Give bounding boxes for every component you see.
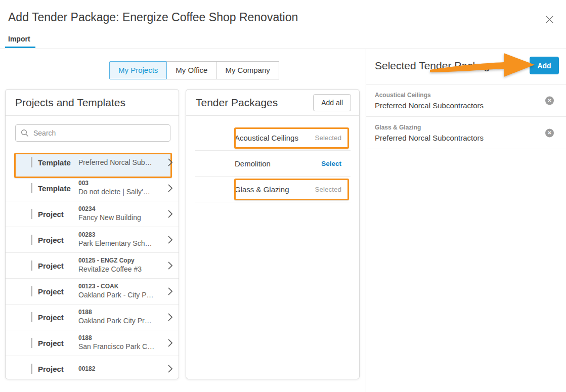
row-type-label: Project <box>38 262 74 270</box>
tender-name: Demolition <box>235 159 321 168</box>
tender-package-list: Acoustical Ceilings Selected Demolition … <box>186 116 359 202</box>
projects-panel: Projects and Templates Template Preferre… <box>5 89 179 379</box>
chevron-right-icon <box>168 313 172 321</box>
drag-bar-icon <box>31 157 32 167</box>
tender-row-acoustical-ceilings[interactable]: Acoustical Ceilings Selected <box>195 125 351 151</box>
row-name: Revitalize Coffee #3 <box>78 265 165 274</box>
row-info: 003 Do not delete | Sally'… <box>78 180 165 197</box>
drag-bar-icon <box>31 338 32 348</box>
row-name: Oakland Park City Pr… <box>78 316 165 326</box>
row-name: Do not delete | Sally'… <box>78 187 165 197</box>
tab-import[interactable]: Import <box>5 35 35 48</box>
select-link[interactable]: Select <box>321 160 341 167</box>
row-type-label: Template <box>38 158 74 167</box>
selected-item-source: Preferred Norcal Subcontractors <box>375 101 542 110</box>
row-info: 0188 Oakland Park City Pr… <box>78 309 165 326</box>
search-box <box>15 124 170 142</box>
selected-item-glass-glazing: Glass & Glazing Preferred Norcal Subcont… <box>366 117 566 149</box>
add-button[interactable]: Add <box>530 57 559 74</box>
drag-bar-icon <box>31 183 32 193</box>
list-item-project-00123[interactable]: Project 00123 - COAK Oakland Park - City… <box>6 279 179 304</box>
row-name: Fancy New Building <box>78 213 165 223</box>
drag-bar-icon <box>31 364 32 374</box>
row-info: 00283 Park Elementary Sch… <box>78 231 165 248</box>
selected-item-package: Acoustical Ceilings <box>375 92 542 99</box>
row-number: 00283 <box>78 231 165 239</box>
remove-icon[interactable]: ✕ <box>545 96 554 105</box>
row-number: 003 <box>78 180 165 187</box>
chevron-right-icon <box>168 158 172 166</box>
row-number: 0188 <box>78 334 165 342</box>
tender-row-glass-glazing[interactable]: Glass & Glazing Selected <box>195 177 351 202</box>
row-number: 0188 <box>78 309 165 316</box>
chevron-right-icon <box>168 339 172 347</box>
row-info: 0188 San Francisco Park C… <box>78 334 165 352</box>
row-number: 00125 - ENGZ Copy <box>78 257 165 265</box>
tab-my-company[interactable]: My Company <box>216 61 279 79</box>
drag-bar-icon <box>31 235 32 245</box>
list-item-project-00125[interactable]: Project 00125 - ENGZ Copy Revitalize Cof… <box>6 253 179 279</box>
tender-packages-title: Tender Packages <box>196 97 278 109</box>
projects-panel-title: Projects and Templates <box>6 90 179 116</box>
drag-bar-icon <box>31 209 32 219</box>
chevron-right-icon <box>168 287 172 295</box>
list-item-project-00283[interactable]: Project 00283 Park Elementary Sch… <box>6 227 179 253</box>
list-item-template-003[interactable]: Template 003 Do not delete | Sally'… <box>6 176 179 201</box>
list-item-project-0188-oakland[interactable]: Project 0188 Oakland Park City Pr… <box>6 304 179 330</box>
drag-bar-icon <box>31 286 32 296</box>
tab-my-projects[interactable]: My Projects <box>109 61 167 79</box>
scope-tab-group: My Projects My Office My Company <box>109 61 279 79</box>
row-number: 00182 <box>78 365 165 373</box>
list-item-project-0188-sf[interactable]: Project 0188 San Francisco Park C… <box>6 330 179 356</box>
drag-bar-icon <box>31 312 32 322</box>
tender-name: Acoustical Ceilings <box>235 134 315 142</box>
status-selected: Selected <box>315 134 341 142</box>
list-item-template-preferred-norcal[interactable]: Template Preferred Norcal Sub… <box>6 150 179 176</box>
close-icon[interactable] <box>544 14 555 25</box>
row-type-label: Project <box>38 313 74 322</box>
chevron-right-icon <box>168 210 172 218</box>
tab-my-office[interactable]: My Office <box>166 61 216 79</box>
row-name: Oakland Park - City P… <box>78 290 165 300</box>
row-number: 00123 - COAK <box>78 283 165 290</box>
row-number: 00234 <box>78 205 165 213</box>
row-info: 00125 - ENGZ Copy Revitalize Coffee #3 <box>78 257 165 274</box>
selected-packages-panel: Selected Tender Packages Add Acoustical … <box>366 49 566 392</box>
search-input[interactable] <box>33 129 165 137</box>
tender-row-demolition[interactable]: Demolition Select <box>195 151 351 177</box>
tender-packages-panel: Tender Packages Add all Acoustical Ceili… <box>186 89 360 379</box>
row-name: Preferred Norcal Sub… <box>78 158 165 167</box>
chevron-right-icon <box>168 262 172 270</box>
row-type-label: Template <box>38 184 74 193</box>
selected-packages-title: Selected Tender Packages <box>375 60 501 72</box>
row-type-label: Project <box>38 287 74 296</box>
list-item-project-00182[interactable]: Project 00182 <box>6 356 179 379</box>
row-name: Park Elementary Sch… <box>78 239 165 248</box>
selected-item-acoustical-ceilings: Acoustical Ceilings Preferred Norcal Sub… <box>366 84 566 117</box>
tender-name: Glass & Glazing <box>235 185 315 194</box>
tab-strip: Import <box>0 33 566 49</box>
search-icon <box>21 129 29 137</box>
list-item-project-00234[interactable]: Project 00234 Fancy New Building <box>6 201 179 227</box>
row-type-label: Project <box>38 236 74 244</box>
row-type-label: Project <box>38 339 74 347</box>
row-info: Preferred Norcal Sub… <box>78 158 165 167</box>
chevron-right-icon <box>168 184 172 192</box>
selected-item-source: Preferred Norcal Subcontractors <box>375 134 542 142</box>
row-info: 00123 - COAK Oakland Park - City P… <box>78 283 165 300</box>
status-selected: Selected <box>315 186 341 193</box>
row-type-label: Project <box>38 210 74 219</box>
add-all-button[interactable]: Add all <box>313 94 351 111</box>
chevron-right-icon <box>168 236 172 244</box>
selected-item-package: Glass & Glazing <box>375 124 542 131</box>
row-info: 00182 <box>78 365 165 373</box>
page-title: Add Tender Package: Energize Coffee Shop… <box>8 11 298 24</box>
drag-bar-icon <box>31 260 32 271</box>
chevron-right-icon <box>168 365 172 373</box>
remove-icon[interactable]: ✕ <box>545 128 554 137</box>
row-type-label: Project <box>38 365 74 373</box>
row-name: San Francisco Park C… <box>78 342 165 352</box>
row-info: 00234 Fancy New Building <box>78 205 165 223</box>
